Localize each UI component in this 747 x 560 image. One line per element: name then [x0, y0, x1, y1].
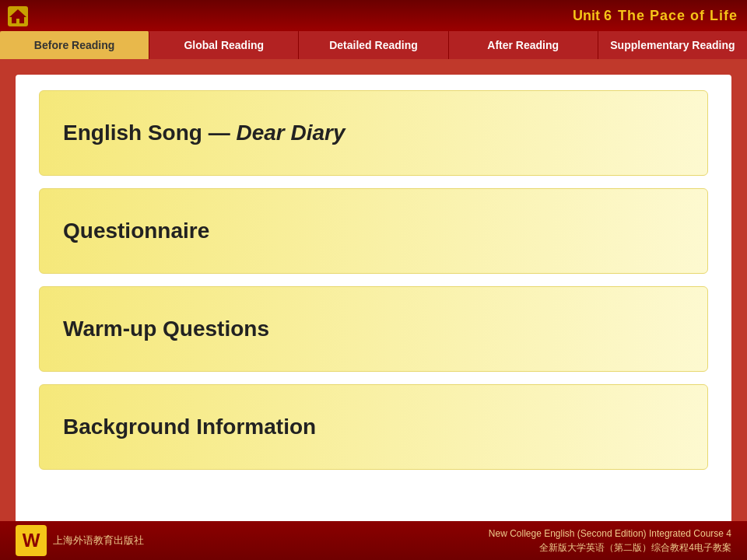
- main-content: English Song — Dear Diary Questionnaire …: [16, 75, 731, 534]
- menu-item-label: Background Information: [63, 415, 316, 439]
- tab-supplementary-reading[interactable]: Supplementary Reading: [598, 31, 747, 59]
- publisher-logo: W: [16, 525, 47, 556]
- tab-navigation: Before Reading Global Reading Detailed R…: [0, 31, 747, 59]
- footer-right: New College English (Second Edition) Int…: [489, 527, 731, 555]
- tab-after-reading[interactable]: After Reading: [449, 31, 598, 59]
- menu-item-warmup-questions[interactable]: Warm-up Questions: [39, 286, 708, 372]
- footer: W 上海外语教育出版社 New College English (Second …: [0, 521, 747, 560]
- header-unit: Unit 6: [573, 8, 612, 24]
- menu-item-label: Warm-up Questions: [63, 317, 269, 341]
- menu-item-background-info[interactable]: Background Information: [39, 384, 708, 470]
- home-icon[interactable]: [8, 6, 28, 26]
- course-info-line1: New College English (Second Edition) Int…: [489, 527, 731, 541]
- publisher-name: 上海外语教育出版社: [53, 534, 144, 548]
- header-bar: Unit 6 The Pace of Life: [0, 0, 747, 31]
- tab-before-reading[interactable]: Before Reading: [0, 31, 149, 59]
- footer-logo: W 上海外语教育出版社: [16, 525, 144, 556]
- tab-detailed-reading[interactable]: Detailed Reading: [299, 31, 448, 59]
- header-title: The Pace of Life: [618, 8, 738, 24]
- menu-item-label: English Song — Dear Diary: [63, 121, 345, 145]
- course-info-line2: 全新版大学英语（第二版）综合教程4电子教案: [489, 541, 731, 555]
- menu-item-label: Questionnaire: [63, 219, 209, 243]
- tab-global-reading[interactable]: Global Reading: [149, 31, 299, 59]
- menu-item-questionnaire[interactable]: Questionnaire: [39, 188, 708, 274]
- menu-item-english-song[interactable]: English Song — Dear Diary: [39, 90, 708, 176]
